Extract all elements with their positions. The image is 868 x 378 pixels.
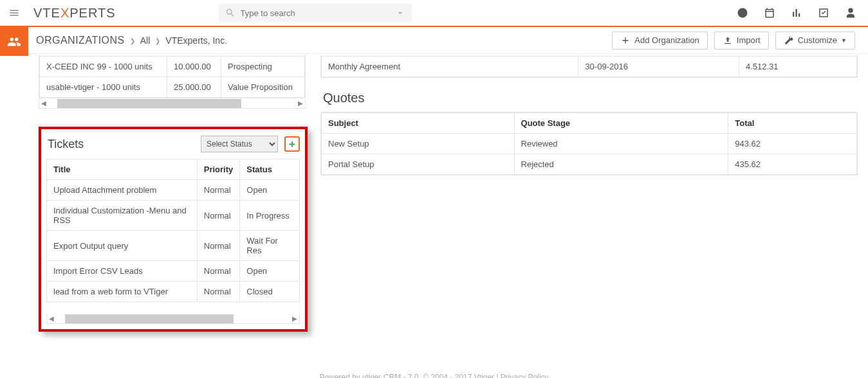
main-content: vtigerCRM Inc - 1000 units 75.000.00 Qua… <box>28 55 868 378</box>
opp-name: usable-vtiger - 1000 units <box>40 77 167 98</box>
tickets-status-filter[interactable]: Select Status <box>201 136 278 152</box>
ticket-title: Upload Attachment problem <box>47 180 198 201</box>
module-rail-organizations[interactable] <box>0 27 28 56</box>
chevron-right-icon: ❯ <box>130 37 135 44</box>
logo-text-x: X <box>60 6 69 20</box>
search-icon <box>225 8 235 18</box>
chevron-down-icon: ▼ <box>841 37 847 44</box>
tickets-title: Tickets <box>48 138 84 151</box>
quotes-col-stage: Quote Stage <box>514 113 728 134</box>
ticket-priority: Normal <box>197 231 240 261</box>
support-widget: Support Package 06-08-2016 7.865.12Month… <box>320 55 858 78</box>
import-label: Import <box>737 35 761 45</box>
organizations-icon <box>7 35 21 49</box>
quotes-col-total: Total <box>728 113 857 134</box>
search-input[interactable] <box>241 8 395 18</box>
table-row[interactable]: X-CEED INC 99 - 1000 units 10.000.00 Pro… <box>40 57 305 77</box>
scrollbar-thumb[interactable] <box>57 99 241 108</box>
opp-stage: Value Proposition <box>221 77 305 98</box>
table-row[interactable]: Monthly Agreement 30-09-2016 4.512.31 <box>322 57 857 77</box>
ticket-priority: Normal <box>197 282 240 302</box>
plus-icon <box>620 35 631 46</box>
hamburger-icon <box>8 7 20 19</box>
user-icon[interactable] <box>845 7 856 19</box>
scrollbar-thumb[interactable] <box>65 314 234 323</box>
tickets-col-title: Title <box>47 159 198 180</box>
scroll-right-icon[interactable]: ▶ <box>296 100 305 107</box>
quote-stage: Reviewed <box>514 134 728 154</box>
wrench-icon <box>784 35 794 46</box>
quote-subject: New Setup <box>322 134 515 154</box>
quote-total: 435.62 <box>728 154 857 175</box>
add-organization-button[interactable]: Add Organization <box>612 32 707 50</box>
support-amount: 4.512.31 <box>739 57 856 77</box>
add-organization-label: Add Organization <box>634 35 699 45</box>
calendar-icon[interactable] <box>764 7 775 19</box>
quote-subject: Portal Setup <box>322 154 515 175</box>
quote-total: 943.62 <box>728 134 857 154</box>
table-row[interactable]: usable-vtiger - 1000 units 25.000.00 Val… <box>40 77 305 98</box>
ticket-priority: Normal <box>197 261 240 282</box>
scrollbar-track[interactable] <box>65 314 281 323</box>
ticket-status: Closed <box>240 282 300 302</box>
action-buttons: Add Organization Import Customize ▼ <box>612 32 855 50</box>
table-row[interactable]: lead from a web form to VTiger Normal Cl… <box>47 282 300 302</box>
right-column: Support Package 06-08-2016 7.865.12Month… <box>320 55 858 176</box>
support-table: Support Package 06-08-2016 7.865.12Month… <box>321 55 857 77</box>
table-row[interactable]: Export Output query Normal Wait For Res <box>47 231 300 261</box>
tickets-widget-highlight: Tickets Select Status ＋ Title Priority S… <box>39 127 308 332</box>
table-row[interactable]: Individual Customization -Menu and RSS N… <box>47 201 300 231</box>
menu-toggle[interactable] <box>0 0 28 26</box>
breadcrumb-all[interactable]: All <box>140 35 151 46</box>
chevron-right-icon: ❯ <box>155 37 160 44</box>
customize-label: Customize <box>798 35 837 45</box>
scroll-right-icon[interactable]: ▶ <box>290 315 299 322</box>
quote-stage: Rejected <box>514 154 728 175</box>
tasks-icon[interactable] <box>818 7 829 19</box>
breadcrumb-bar: Organizations ❯ All ❯ VTExperts, Inc. Ad… <box>28 27 868 54</box>
tickets-col-priority: Priority <box>197 159 240 180</box>
chevron-down-icon[interactable] <box>395 8 405 18</box>
tickets-col-status: Status <box>240 159 300 180</box>
ticket-title: lead from a web form to VTiger <box>47 282 198 302</box>
customize-button[interactable]: Customize ▼ <box>775 32 855 50</box>
table-row[interactable]: Upload Attachment problem Normal Open <box>47 180 300 201</box>
quotes-table: Subject Quote Stage Total New Setup Revi… <box>321 113 857 175</box>
logo-text-pre: VTE <box>33 6 60 20</box>
add-ticket-button[interactable]: ＋ <box>284 136 300 152</box>
opp-stage: Prospecting <box>221 57 305 77</box>
tickets-header: Tickets Select Status ＋ <box>46 133 300 159</box>
ticket-title: Individual Customization -Menu and RSS <box>47 201 198 231</box>
ticket-title: Import Error CSV Leads <box>47 261 198 282</box>
ticket-title: Export Output query <box>47 231 198 261</box>
scrollbar-track[interactable] <box>57 99 287 108</box>
tickets-hscroll[interactable]: ◀ ▶ <box>46 314 300 324</box>
table-row[interactable]: New Setup Reviewed 943.62 <box>322 134 857 154</box>
opportunities-hscroll[interactable]: ◀ ▶ <box>39 98 306 109</box>
quotes-widget: Subject Quote Stage Total New Setup Revi… <box>320 112 858 176</box>
logo: VTEXPERTS <box>33 6 116 21</box>
reports-icon[interactable] <box>791 7 802 19</box>
scroll-left-icon[interactable]: ◀ <box>39 100 48 107</box>
ticket-status: Wait For Res <box>240 231 300 261</box>
scroll-left-icon[interactable]: ◀ <box>47 315 56 322</box>
table-row[interactable]: Portal Setup Rejected 435.62 <box>322 154 857 175</box>
ticket-priority: Normal <box>197 201 240 231</box>
ticket-status: In Progress <box>240 201 300 231</box>
topbar: VTEXPERTS <box>0 0 868 27</box>
add-icon[interactable] <box>737 7 748 19</box>
download-icon <box>723 35 733 46</box>
table-row[interactable]: Import Error CSV Leads Normal Open <box>47 261 300 282</box>
opp-name: X-CEED INC 99 - 1000 units <box>40 57 167 77</box>
tickets-table: Title Priority Status Upload Attachment … <box>46 159 300 302</box>
quotes-title: Quotes <box>323 91 858 105</box>
support-date: 30-09-2016 <box>578 57 739 77</box>
breadcrumb-module[interactable]: Organizations <box>36 35 125 46</box>
global-search[interactable] <box>219 3 412 22</box>
left-column: vtigerCRM Inc - 1000 units 75.000.00 Qua… <box>39 55 306 332</box>
breadcrumb-record[interactable]: VTExperts, Inc. <box>165 35 227 46</box>
ticket-priority: Normal <box>197 180 240 201</box>
footer-text: Powered by vtiger CRM - 7.0. © 2004 - 20… <box>319 373 548 378</box>
import-button[interactable]: Import <box>714 32 769 50</box>
quotes-col-subject: Subject <box>322 113 515 134</box>
